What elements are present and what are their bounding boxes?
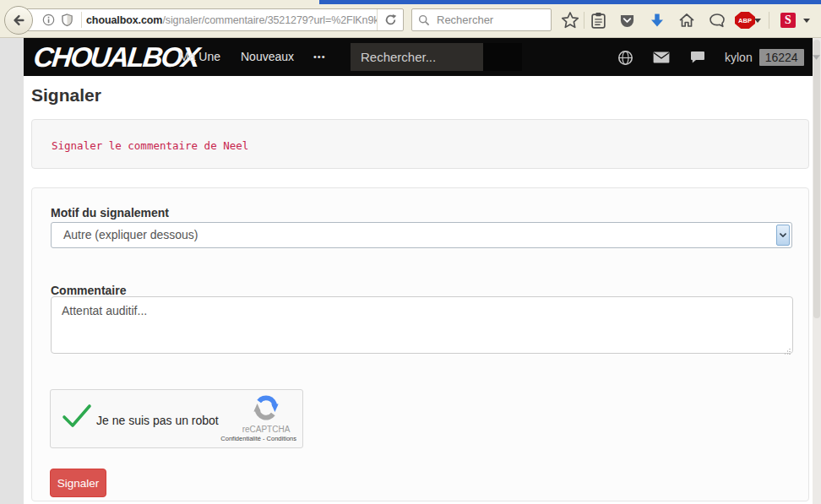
page-info-icon[interactable] xyxy=(40,12,57,29)
nav-item-nouveaux[interactable]: Nouveaux xyxy=(241,38,294,76)
pocket-icon[interactable] xyxy=(616,9,638,31)
back-arrow-icon xyxy=(11,13,26,28)
search-icon xyxy=(418,14,430,26)
site-logo[interactable]: CHOUALBOX xyxy=(32,38,200,76)
url-path: /signaler/commentaire/3521279?url=%2FlKn… xyxy=(162,14,377,26)
screen: choualbox.com/signaler/commentaire/35212… xyxy=(0,0,821,504)
globe-icon[interactable] xyxy=(617,49,633,66)
bookmarks-menu-icon[interactable] xyxy=(587,9,609,31)
recaptcha-widget[interactable]: Je ne suis pas un robot reCAPTCHA Confid… xyxy=(50,389,303,448)
site-search-box[interactable] xyxy=(351,43,483,71)
recaptcha-logo-block: reCAPTCHA xyxy=(237,395,296,434)
chat-bubble-icon[interactable] xyxy=(689,49,706,66)
downloads-icon[interactable] xyxy=(646,9,668,31)
page-left-gutter xyxy=(0,38,24,504)
comment-textarea[interactable]: Attentat auditif... xyxy=(51,296,793,354)
s-extension-badge: S xyxy=(780,13,796,28)
recaptcha-label: Je ne suis pas un robot xyxy=(96,414,219,427)
nav-item-ma-une[interactable]: Ma Une xyxy=(179,38,220,76)
url-bar[interactable]: choualbox.com/signaler/commentaire/35212… xyxy=(20,8,404,31)
adblock-caret-icon[interactable] xyxy=(752,9,764,31)
browser-search-box[interactable] xyxy=(411,8,552,31)
report-target-text: Signaler le commentaire de Neel xyxy=(52,139,248,152)
site-search-input[interactable] xyxy=(351,50,483,64)
checkmark-icon xyxy=(62,404,92,432)
back-button[interactable] xyxy=(4,6,33,35)
select-dropdown-button[interactable] xyxy=(776,225,790,246)
s-extension-caret-icon[interactable] xyxy=(801,9,813,31)
user-score-badge: 16224 xyxy=(759,49,804,66)
page-title: Signaler xyxy=(31,85,101,106)
home-icon[interactable] xyxy=(676,9,698,31)
site-navbar: CHOUALBOX Ma Une Nouveaux ••• kylon 1622… xyxy=(24,38,813,76)
toolbar-separator xyxy=(769,12,769,29)
motif-selected-value: Autre (expliquer dessous) xyxy=(63,223,198,247)
toolbar-separator xyxy=(584,12,584,29)
reload-button[interactable] xyxy=(377,9,403,30)
page-scrollbar[interactable] xyxy=(813,38,821,504)
user-caret-icon xyxy=(813,55,820,60)
comment-label: Commentaire xyxy=(51,284,126,297)
s-extension-icon[interactable]: S xyxy=(777,9,799,31)
motif-select[interactable]: Autre (expliquer dessous) xyxy=(51,222,792,248)
url-divider xyxy=(81,12,82,28)
recaptcha-logo-icon xyxy=(253,395,279,424)
tracking-shield-icon[interactable] xyxy=(58,12,75,29)
report-form-panel: Motif du signalement Autre (expliquer de… xyxy=(31,187,809,501)
recaptcha-links[interactable]: Confidentialité - Conditions xyxy=(220,435,296,442)
url-text[interactable]: choualbox.com/signaler/commentaire/35212… xyxy=(86,14,377,26)
page-content: Signaler Signaler le commentaire de Neel… xyxy=(24,76,813,504)
report-target-box: Signaler le commentaire de Neel xyxy=(31,119,809,169)
browser-search-input[interactable] xyxy=(435,13,547,27)
scrollbar-thumb[interactable] xyxy=(813,40,820,318)
messages-envelope-icon[interactable] xyxy=(653,49,670,66)
submit-report-button[interactable]: Signaler xyxy=(50,469,106,497)
site-search-button[interactable] xyxy=(483,43,522,71)
url-host: choualbox.com xyxy=(86,14,162,26)
recaptcha-brand: reCAPTCHA xyxy=(237,425,296,434)
hello-chat-icon[interactable] xyxy=(706,9,728,31)
nav-item-more[interactable]: ••• xyxy=(313,38,326,76)
username: kylon xyxy=(725,51,753,64)
user-menu[interactable]: kylon 16224 xyxy=(725,38,820,76)
bookmark-star-icon[interactable] xyxy=(559,9,581,31)
motif-label: Motif du signalement xyxy=(51,206,169,219)
